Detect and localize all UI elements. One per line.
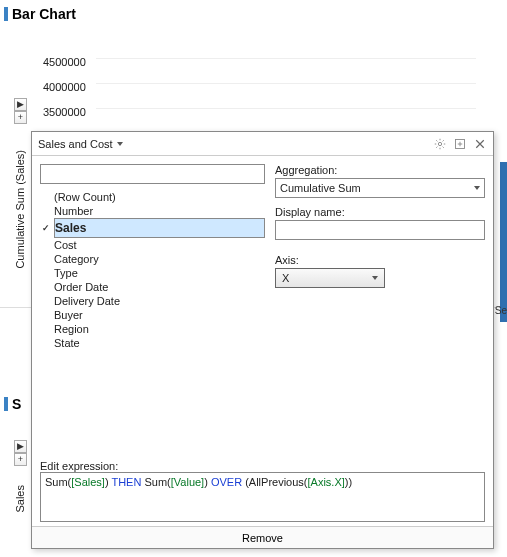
close-icon[interactable] [473, 137, 487, 151]
y-axis-label-2: Sales [14, 485, 26, 513]
axis-config-popup: Sales and Cost (Row Count) Number Sales … [31, 131, 494, 549]
aggregation-panel: Aggregation: Cumulative Sum Display name… [275, 164, 485, 452]
remove-button[interactable]: Remove [32, 526, 493, 548]
axis-value: X [282, 272, 289, 284]
chevron-down-icon [372, 276, 378, 280]
field-item-buyer[interactable]: Buyer [54, 308, 265, 322]
aggregation-select[interactable]: Cumulative Sum [275, 178, 485, 198]
field-item-category[interactable]: Category [54, 252, 265, 266]
axis-select[interactable]: X [275, 268, 385, 288]
field-item-number[interactable]: Number [54, 204, 265, 218]
y-tick: 4000000 [43, 81, 92, 106]
legend-strip [500, 162, 507, 322]
popup-header: Sales and Cost [32, 132, 493, 156]
expression-input[interactable]: Sum([Sales]) THEN Sum([Value]) OVER (All… [40, 472, 485, 522]
field-item-type[interactable]: Type [54, 266, 265, 280]
axis-label: Axis: [275, 254, 485, 266]
axis-side-controls-2: ▶ + [14, 440, 27, 466]
field-item-delivery-date[interactable]: Delivery Date [54, 294, 265, 308]
field-item-state[interactable]: State [54, 336, 265, 350]
display-name-input[interactable] [275, 220, 485, 240]
expand-axis-button[interactable]: ▶ [14, 440, 27, 453]
title-accent [4, 397, 8, 411]
add-icon[interactable] [453, 137, 467, 151]
aggregation-value: Cumulative Sum [280, 182, 361, 194]
y-tick: 4500000 [43, 56, 92, 81]
popup-header-actions [433, 137, 487, 151]
section2-title-text: S [12, 396, 21, 412]
field-picker: (Row Count) Number Sales Cost Category T… [40, 164, 265, 452]
y-tick: 3500000 [43, 106, 92, 131]
edit-expression-label: Edit expression: [40, 460, 485, 472]
display-name-label: Display name: [275, 206, 485, 218]
field-item-sales[interactable]: Sales [54, 218, 265, 238]
aggregation-label: Aggregation: [275, 164, 485, 176]
add-axis-button[interactable]: + [14, 453, 27, 466]
gear-icon[interactable] [433, 137, 447, 151]
axis-side-controls: ▶ + [14, 98, 27, 124]
field-item-order-date[interactable]: Order Date [54, 280, 265, 294]
chart-title: Bar Chart [0, 0, 507, 28]
field-search-input[interactable] [40, 164, 265, 184]
chevron-down-icon [474, 186, 480, 190]
expression-area: Edit expression: Sum([Sales]) THEN Sum([… [32, 460, 493, 526]
title-accent [4, 7, 8, 21]
popup-title-text: Sales and Cost [38, 138, 113, 150]
expand-axis-button[interactable]: ▶ [14, 98, 27, 111]
y-axis-label: Cumulative Sum (Sales) [14, 150, 26, 269]
add-axis-button[interactable]: + [14, 111, 27, 124]
field-item-row-count[interactable]: (Row Count) [54, 190, 265, 204]
field-list: (Row Count) Number Sales Cost Category T… [40, 190, 265, 350]
field-item-region[interactable]: Region [54, 322, 265, 336]
chart-title-text: Bar Chart [12, 6, 76, 22]
popup-body: (Row Count) Number Sales Cost Category T… [32, 156, 493, 460]
popup-title-dropdown[interactable]: Sales and Cost [38, 138, 123, 150]
chevron-down-icon [117, 142, 123, 146]
field-item-cost[interactable]: Cost [54, 238, 265, 252]
svg-point-0 [438, 142, 441, 145]
legend-text-fragment: Se [495, 305, 507, 316]
